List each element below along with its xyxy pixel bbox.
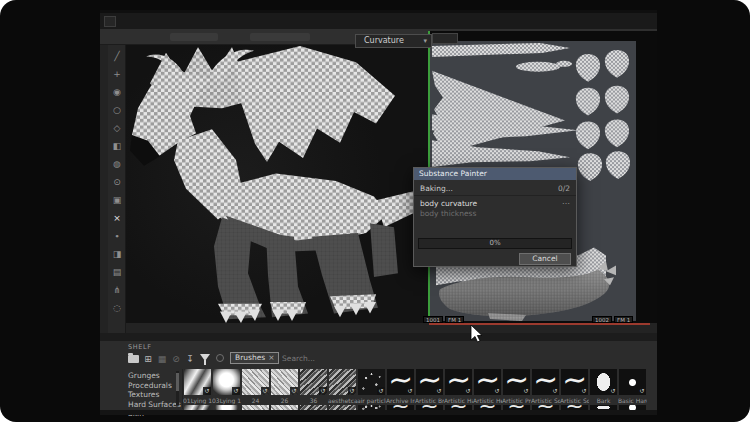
- shelf-item-label: Archive Inner: [386, 397, 415, 405]
- udim-id-badge: 1002: [592, 316, 612, 323]
- tool-icon-8[interactable]: ⊙: [108, 175, 126, 189]
- tool-icon-7[interactable]: ◍: [108, 157, 126, 171]
- channel-dropdown-value: Curvature: [364, 36, 404, 45]
- shelf-header: SHELF: [128, 343, 151, 351]
- shelf-item-label: 36: [299, 397, 328, 405]
- shelf-item-label: Artistic Soft..: [560, 397, 589, 405]
- category-procedurals[interactable]: Procedurals: [128, 381, 178, 391]
- toolbar-button-group[interactable]: [170, 33, 218, 41]
- toolbar-button-group[interactable]: [250, 33, 310, 41]
- shelf-item-label: Artistic Hea..: [473, 397, 502, 405]
- shelf-toolbar: ⊞ ▦ ⊘ ↧ Brushes×: [100, 351, 657, 367]
- shelf-item-thumbnail[interactable]: [532, 369, 559, 395]
- grid-view-icon[interactable]: ▦: [156, 353, 168, 365]
- baker-menu-icon[interactable]: …: [562, 197, 570, 206]
- viewport-3d[interactable]: [126, 45, 428, 323]
- import-resources-icon[interactable]: ↧: [184, 353, 196, 365]
- shelf-splitter[interactable]: [100, 333, 657, 341]
- shelf-item-label: aesthetcals..: [328, 397, 357, 405]
- tool-icon-4[interactable]: ○: [108, 103, 126, 117]
- shelf-item-thumbnail[interactable]: [271, 369, 298, 395]
- tool-icon-3[interactable]: ◉: [108, 85, 126, 99]
- shelf-item-thumbnail[interactable]: [619, 369, 646, 395]
- screen-frame: Curvature ▾ ╱ + ◉ ○ ◇ ◧ ◍ ⊙ ▣ × ∙ ◨ ▤ ⋔ …: [0, 0, 750, 422]
- hidden-resources-icon[interactable]: ⊘: [170, 353, 182, 365]
- shelf-item-thumbnail[interactable]: [300, 369, 327, 395]
- add-resource-icon[interactable]: ⊞: [142, 353, 154, 365]
- channel-dropdown[interactable]: Curvature ▾: [355, 34, 432, 48]
- cancel-button[interactable]: Cancel: [519, 253, 571, 265]
- close-tool-icon[interactable]: ×: [108, 211, 126, 225]
- shelf-item-label: Artistic Brus..: [415, 397, 444, 405]
- shelf-item-thumbnail[interactable]: [445, 369, 472, 395]
- shelf-item-label: 24: [241, 397, 270, 405]
- shelf-item-label: Artistic Print: [502, 397, 531, 405]
- tool-icon-1[interactable]: ╱: [108, 49, 126, 63]
- brushes-filter-chip[interactable]: Brushes×: [230, 352, 279, 364]
- category-hard-surfaces[interactable]: Hard Surfaces: [128, 400, 178, 410]
- app-icon[interactable]: [104, 16, 116, 27]
- dialog-separator: [414, 195, 576, 196]
- shelf-item-thumbnail[interactable]: [242, 369, 269, 395]
- shelf-item-label: 01Lying 1: [183, 397, 212, 405]
- dragon-model: [126, 45, 428, 323]
- baking-status-label: Baking...: [420, 184, 453, 193]
- progress-bar: 0%: [418, 238, 572, 249]
- tool-icon-14[interactable]: ⋔: [108, 283, 126, 297]
- shelf-item-label: Bark: [589, 397, 618, 405]
- baking-dialog: Substance Painter Baking... 0/2 body cur…: [413, 167, 577, 267]
- chevron-down-icon: ▾: [423, 35, 427, 47]
- shelf-item-thumbnail[interactable]: [358, 369, 385, 395]
- title-bar: [100, 13, 657, 29]
- uv-tile-label-1002: 1002 FM 1: [592, 316, 633, 323]
- baker-item-body-thickness: body thickness: [420, 209, 476, 218]
- tool-icon-9[interactable]: ▣: [108, 193, 126, 207]
- search-input[interactable]: [280, 352, 390, 364]
- shelf-item-label: Artistic Soft..: [531, 397, 560, 405]
- tool-icon-13[interactable]: ▤: [108, 265, 126, 279]
- shelf-item-thumbnail[interactable]: [184, 369, 211, 395]
- folder-icon[interactable]: [128, 355, 139, 363]
- udim-id-badge: 1001: [423, 316, 443, 323]
- baking-counter: 0/2: [558, 184, 570, 193]
- tool-icon-11[interactable]: ∙: [108, 229, 126, 243]
- viewport-2d-control[interactable]: [432, 33, 458, 44]
- window-bottom-edge: [100, 410, 657, 415]
- shelf-item-thumbnail[interactable]: [561, 369, 588, 395]
- baker-item-body-curvature: body curvature: [420, 199, 477, 208]
- mouse-cursor: [470, 324, 484, 343]
- tool-icon-5[interactable]: ◇: [108, 121, 126, 135]
- shelf-item-thumbnail[interactable]: [474, 369, 501, 395]
- shelf-item-label: Basic Hard: [618, 397, 647, 405]
- shelf-panel: SHELF ⊞ ▦ ⊘ ↧ Brushes× Grunges Procedura…: [100, 341, 657, 410]
- category-scrollbar[interactable]: [176, 371, 179, 405]
- frame-badge: FM 1: [445, 316, 464, 323]
- shelf-item-thumbnail[interactable]: [213, 369, 240, 395]
- tool-strip: ╱ + ◉ ○ ◇ ◧ ◍ ⊙ ▣ × ∙ ◨ ▤ ⋔ ◌: [108, 45, 126, 333]
- uv-tile-label-1001: 1001 FM 1: [423, 316, 464, 323]
- shelf-item-thumbnail[interactable]: [387, 369, 414, 395]
- filter-icon[interactable]: [200, 354, 210, 361]
- tool-icon-15[interactable]: ◌: [108, 301, 126, 315]
- substance-painter-window: Curvature ▾ ╱ + ◉ ○ ◇ ◧ ◍ ⊙ ▣ × ∙ ◨ ▤ ⋔ …: [100, 10, 657, 412]
- color-filter-icon[interactable]: [216, 354, 224, 362]
- shelf-item-thumbnail[interactable]: [329, 369, 356, 395]
- tool-icon-12[interactable]: ◨: [108, 247, 126, 261]
- frame-badge: FM 1: [614, 316, 633, 323]
- tool-icon-6[interactable]: ◧: [108, 139, 126, 153]
- shelf-item-label: air particles: [357, 397, 386, 405]
- category-grunges[interactable]: Grunges: [128, 371, 178, 381]
- category-textures[interactable]: Textures: [128, 390, 178, 400]
- shelf-item-label: 03Lying 1: [212, 397, 241, 405]
- tool-icon-2[interactable]: +: [108, 67, 126, 81]
- shelf-item-label: Artistic Hali..: [444, 397, 473, 405]
- shelf-item-thumbnail[interactable]: [416, 369, 443, 395]
- chip-label: Brushes: [235, 353, 265, 362]
- shelf-item-thumbnail[interactable]: [503, 369, 530, 395]
- shelf-item-label: 26: [270, 397, 299, 405]
- dialog-title: Substance Painter: [414, 168, 576, 180]
- chip-close-icon[interactable]: ×: [268, 353, 274, 362]
- shelf-item-thumbnail[interactable]: [590, 369, 617, 395]
